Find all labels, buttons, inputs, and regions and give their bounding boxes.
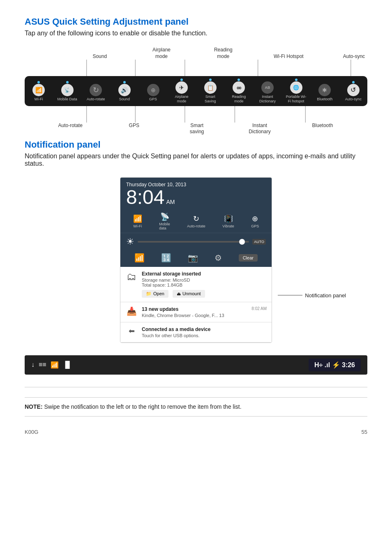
connector-lines-bottom	[25, 106, 367, 123]
notif-unmount-button[interactable]: ⏏ Unmount	[173, 290, 205, 298]
ph-icon-vibrate: 📳 Vibrate	[222, 214, 234, 228]
icon-portable-circle: 🌐	[290, 81, 302, 94]
top-label-sound: Sound	[88, 53, 111, 60]
phone-screenshot: Thursday October 10, 2013 8:04 AM 📶 Wi-F…	[120, 177, 272, 343]
notif-storage-actions: 📁 Open ⏏ Unmount	[142, 290, 267, 298]
top-label-reading: Readingmode	[212, 47, 235, 60]
icon-autosync-circle: ↺	[347, 84, 360, 96]
phone-big-time: 8:04	[126, 188, 164, 207]
icon-portable-label: Portable Wi-Fi hotspot	[286, 95, 307, 104]
phone-action-row: 📶 🔢 📷 ⚙ Clear	[120, 250, 272, 267]
icon-bluetooth-circle: ✱	[318, 84, 331, 96]
icon-sound: 🔊 Sound	[114, 81, 135, 102]
note-divider-top	[25, 387, 367, 387]
icon-gps: ⊕ GPS	[143, 81, 164, 102]
icon-reading-label: Readingmode	[232, 95, 246, 104]
notif-usb-title: Connected as a media device	[142, 326, 267, 332]
bottom-labels-row: Auto-rotate GPS Smartsaving InstantDicti…	[25, 123, 367, 135]
status-time-display: H÷ .ıl ⚡ 3:26	[309, 359, 361, 371]
section1-subtitle: Tap any of the following icons to enable…	[25, 30, 367, 37]
phone-wrapper: Notification panel Thursday October 10, …	[120, 177, 272, 343]
bot-label-autorotate: Auto-rotate	[58, 123, 82, 129]
section2-subtitle: Notification panel appears under the Qui…	[25, 153, 367, 167]
quick-panel-diagram: Sound Airplanemode Readingmode Wi-Fi Hot…	[25, 47, 367, 135]
icon-auto-rotate: ↻ Auto-rotate	[85, 81, 106, 102]
icon-smart-circle: 📋	[204, 81, 217, 94]
icon-airplane: ✈ Airplanemode	[171, 79, 192, 104]
notif-label-line	[278, 293, 302, 298]
status-battery-icon: ▐▌	[63, 361, 72, 368]
open-label: Open	[153, 291, 164, 296]
top-labels-row: Sound Airplanemode Readingmode Wi-Fi Hot…	[25, 47, 367, 60]
icon-bluetooth: ✱ Bluetooth	[314, 81, 335, 102]
notif-storage-text: External storage inserted Storage name: …	[142, 271, 267, 287]
notif-storage-sub1: Storage name: MicroSD	[142, 278, 267, 282]
notif-usb-content: Connected as a media device Touch for ot…	[142, 326, 267, 338]
ph-mobile-label: Mobiledata	[159, 222, 170, 230]
bot-label-bluetooth: Bluetooth	[311, 123, 334, 129]
ph-wifi-label: Wi-Fi	[133, 224, 142, 228]
footer-page-number: 55	[362, 429, 367, 435]
phone-clear-button[interactable]: Clear	[239, 254, 258, 262]
unmount-icon: ⏏	[177, 291, 181, 296]
icon-rotate-label: Auto-rotate	[87, 97, 105, 102]
ph-icon-gps: ⊕ GPS	[251, 214, 259, 228]
notif-usb-icon: ⬅	[125, 326, 138, 336]
notification-section: Notification panel Notification panel ap…	[25, 139, 367, 375]
notif-usb-text: Connected as a media device Touch for ot…	[142, 326, 267, 338]
notif-storage-content: External storage inserted Storage name: …	[142, 271, 267, 298]
icon-smart-label: SmartSaving	[205, 95, 216, 104]
icon-reading: oo Readingmode	[228, 79, 249, 104]
icon-autosync: ↺ Auto-sync	[343, 81, 364, 102]
top-label-airplane: Airplanemode	[150, 47, 173, 60]
notif-updates-title: 13 new updates	[142, 306, 224, 312]
notif-open-button[interactable]: 📁 Open	[142, 290, 168, 298]
connector-lines-top	[25, 60, 367, 76]
brightness-slider	[138, 241, 249, 243]
ph-gps-label: GPS	[251, 224, 259, 228]
phone-icons-row: 📶 Wi-Fi 📡 Mobiledata ↻ Auto-rotate 📳 Vib…	[120, 210, 272, 233]
ph-gps-icon: ⊕	[252, 214, 258, 223]
icon-airplane-label: Airplanemode	[175, 95, 189, 104]
status-bar: ↓ ≡≡ 📶 ▐▌ H÷ .ıl ⚡ 3:26	[25, 355, 367, 375]
phone-screenshot-action: 📷	[188, 253, 198, 263]
icon-sound-label: Sound	[119, 97, 130, 102]
ph-vibrate-icon: 📳	[224, 214, 233, 223]
notif-updates: 📥 13 new updates Kindle, Chrome Browser …	[120, 302, 272, 322]
note-label: NOTE:	[25, 403, 44, 410]
phone-settings-action: ⚙	[214, 253, 222, 263]
ph-rotate-label: Auto-rotate	[187, 224, 205, 228]
top-label-wifi-hotspot: Wi-Fi Hotspot	[274, 53, 304, 60]
notif-updates-time: 8:02 AM	[251, 306, 267, 318]
icon-dict-label: InstantDictionary	[259, 95, 276, 104]
icon-wifi: 📶 Wi-Fi	[28, 81, 49, 102]
notif-updates-text: 13 new updates Kindle, Chrome Browser - …	[142, 306, 224, 318]
icon-gps-circle: ⊕	[147, 84, 159, 96]
ph-icon-rotate: ↻ Auto-rotate	[187, 214, 205, 228]
folder-icon: 📁	[146, 291, 152, 296]
footer-device-code: K00G	[25, 429, 38, 435]
ph-icon-wifi: 📶 Wi-Fi	[133, 214, 142, 228]
section1-title: ASUS Quick Setting Adjustment panel	[25, 16, 367, 27]
brightness-auto-label: AUTO	[252, 239, 266, 245]
notif-external-storage: 🗂 External storage inserted Storage name…	[120, 267, 272, 302]
icon-autosync-label: Auto-sync	[345, 97, 362, 102]
status-down-arrow: ↓	[31, 361, 35, 368]
note-section: NOTE: Swipe the notification to the left…	[25, 397, 367, 417]
bot-label-instant: InstantDictionary	[249, 123, 271, 135]
brightness-dot	[239, 239, 245, 245]
icon-airplane-circle: ✈	[175, 81, 188, 94]
bot-label-smart: Smartsaving	[186, 123, 208, 135]
icon-bluetooth-label: Bluetooth	[317, 97, 332, 102]
page-footer: K00G 55	[25, 429, 367, 435]
top-label-autosync: Auto-sync	[343, 53, 365, 60]
icon-smart-saving: 📋 SmartSaving	[200, 79, 221, 104]
icon-mobile-circle: 📡	[61, 84, 74, 96]
icon-strip: 📶 Wi-Fi 📡 Mobile Data ↻ Auto-rotate 🔊 So…	[25, 76, 367, 106]
icon-sound-circle: 🔊	[118, 84, 131, 96]
ph-rotate-icon: ↻	[193, 214, 199, 223]
icon-wifi-label: Wi-Fi	[35, 97, 43, 102]
icon-rotate-circle: ↻	[90, 84, 102, 96]
phone-time-row: 8:04 AM	[126, 188, 266, 207]
icon-portable-wifi: 🌐 Portable Wi-Fi hotspot	[286, 79, 307, 104]
